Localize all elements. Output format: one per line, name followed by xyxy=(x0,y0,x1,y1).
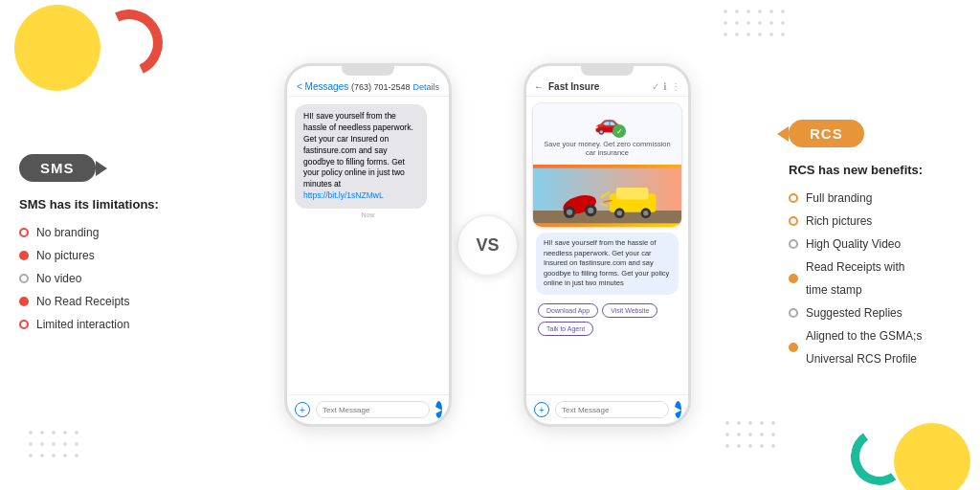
bullet-icon xyxy=(19,228,29,237)
list-item: Full branding xyxy=(789,187,922,210)
verify-icon: ✓ xyxy=(652,81,659,92)
rcs-send-button[interactable]: ▶ xyxy=(675,401,681,418)
info-icon[interactable]: ℹ xyxy=(663,81,667,92)
back-arrow-icon[interactable]: < Messages xyxy=(297,81,348,92)
sms-phone: < Messages (763) 701-2548 Details HI! sa… xyxy=(284,63,452,427)
rcs-crash-image xyxy=(533,165,681,227)
bullet-icon xyxy=(789,308,798,318)
rcs-brand-name: Fast Insure xyxy=(548,81,647,92)
visit-website-button[interactable]: Visit Website xyxy=(602,303,657,318)
rcs-benefits-title: RCS has new benefits: xyxy=(789,163,923,177)
plus-icon[interactable]: + xyxy=(534,402,549,417)
list-item: Limited interaction xyxy=(19,313,129,336)
phone-notch xyxy=(581,66,634,76)
svg-rect-1 xyxy=(533,211,681,223)
sms-input-field[interactable] xyxy=(316,401,430,418)
phones-area: < Messages (763) 701-2548 Details HI! sa… xyxy=(201,63,774,427)
svg-point-5 xyxy=(617,211,622,215)
rcs-card-subtitle: Save your money. Get zero commission car… xyxy=(541,140,674,157)
sms-phone-number: (763) 701-2548 xyxy=(351,82,411,92)
car-icon-wrapper: 🚗 ✓ xyxy=(594,111,620,136)
rcs-back-icon[interactable]: ← xyxy=(534,81,544,92)
rcs-phone: ← Fast Insure ✓ ℹ ⋮ 🚗 ✓ Save your money.… xyxy=(523,63,691,427)
list-item: Rich pictures xyxy=(789,210,922,233)
rcs-benefits-list: Full branding Rich pictures High Quality… xyxy=(789,187,922,370)
bullet-icon xyxy=(789,239,798,249)
more-icon[interactable]: ⋮ xyxy=(671,81,680,92)
rcs-input-field[interactable] xyxy=(555,401,669,418)
bullet-icon xyxy=(19,274,29,283)
sms-limitations-list: No branding No pictures No video No Read… xyxy=(19,221,129,336)
bullet-icon xyxy=(789,274,798,283)
sms-panel: SMS SMS has its limitations: No branding… xyxy=(10,154,201,336)
bullet-icon xyxy=(19,320,29,329)
bullet-icon xyxy=(789,216,798,226)
bullet-icon xyxy=(789,343,798,352)
bullet-icon xyxy=(789,193,798,203)
list-item: High Quality Video xyxy=(789,233,922,256)
rcs-chat-area: 🚗 ✓ Save your money. Get zero commission… xyxy=(526,97,688,394)
rcs-card-top: 🚗 ✓ Save your money. Get zero commission… xyxy=(533,103,681,165)
svg-point-10 xyxy=(567,210,572,215)
sms-limitations-title: SMS has its limitations: xyxy=(19,197,159,212)
list-item: Suggested Replies xyxy=(789,301,922,324)
list-item: Read Receipts withtime stamp xyxy=(789,256,922,301)
list-item: No branding xyxy=(19,221,129,244)
bullet-icon xyxy=(19,297,29,306)
list-item: No video xyxy=(19,267,129,290)
rcs-input-bar: + ▶ xyxy=(526,394,688,424)
sms-input-bar: + ▶ xyxy=(287,394,449,424)
sms-badge: SMS xyxy=(19,154,96,182)
phone-notch xyxy=(342,66,394,76)
svg-rect-3 xyxy=(616,188,649,199)
sms-send-button[interactable]: ▶ xyxy=(435,401,442,418)
rcs-message-bubble: HI! save yourself from the hassle of nee… xyxy=(536,233,679,295)
main-layout: SMS SMS has its limitations: No branding… xyxy=(0,0,980,490)
sms-phone-header: < Messages (763) 701-2548 Details xyxy=(287,78,449,97)
shield-badge-icon: ✓ xyxy=(612,124,626,138)
rcs-action-buttons: Download App Visit Website Talk to Agent xyxy=(532,300,682,340)
rcs-panel: RCS RCS has new benefits: Full branding … xyxy=(774,120,970,370)
list-item: Aligned to the GSMA;sUniversal RCS Profi… xyxy=(789,324,922,370)
sms-message-bubble: HI! save yourself from the hassle of nee… xyxy=(295,104,427,209)
sms-link[interactable]: https://bit.ly/1sNZMwL xyxy=(303,190,384,200)
svg-point-7 xyxy=(643,211,648,215)
sms-details-link[interactable]: Details xyxy=(412,82,439,92)
sms-chat-area: HI! save yourself from the hassle of nee… xyxy=(287,97,449,394)
rcs-badge: RCS xyxy=(789,120,864,147)
sms-timestamp: Now xyxy=(295,212,441,218)
bullet-icon xyxy=(19,251,29,260)
list-item: No Read Receipts xyxy=(19,290,129,313)
list-item: No pictures xyxy=(19,244,129,267)
download-app-button[interactable]: Download App xyxy=(538,303,598,318)
plus-icon[interactable]: + xyxy=(295,402,310,417)
rcs-phone-header: ← Fast Insure ✓ ℹ ⋮ xyxy=(526,78,688,97)
talk-to-agent-button[interactable]: Talk to Agent xyxy=(538,322,593,336)
vs-label: VS xyxy=(457,214,519,277)
rcs-rich-card: 🚗 ✓ Save your money. Get zero commission… xyxy=(532,102,682,228)
svg-point-12 xyxy=(588,208,593,213)
rcs-action-icons: ✓ ℹ ⋮ xyxy=(652,81,680,92)
